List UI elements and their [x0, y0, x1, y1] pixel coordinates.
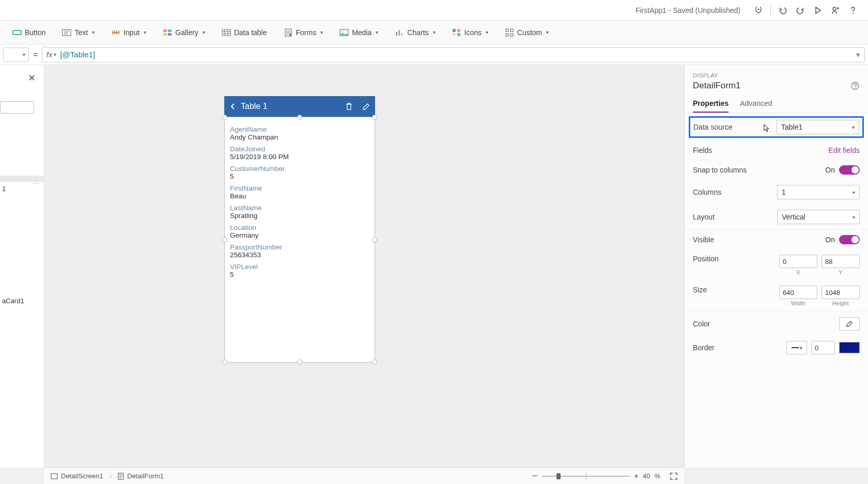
visible-toggle[interactable]: On — [825, 235, 860, 244]
snap-label: Snap to columns — [693, 166, 747, 174]
more-icon[interactable]: ··· — [33, 179, 40, 186]
zoom-slider[interactable] — [542, 476, 630, 477]
tree-node-form[interactable]: ··· — [0, 176, 44, 182]
insert-forms[interactable]: Forms ▾ — [278, 21, 329, 44]
resize-handle[interactable] — [222, 360, 227, 365]
property-selector[interactable]: ▾ — [3, 48, 29, 62]
insert-icons[interactable]: Icons ▾ — [447, 21, 493, 44]
insert-charts-label: Charts — [407, 28, 428, 37]
breadcrumb-form[interactable]: DetailForm1 — [118, 472, 164, 480]
formula-input[interactable]: fx▾ [@Table1] ▾ — [42, 47, 865, 63]
datatable-icon — [222, 28, 231, 37]
border-width-input[interactable]: 0 — [811, 341, 835, 354]
share-icon[interactable] — [827, 2, 844, 19]
resize-handle[interactable] — [372, 237, 377, 242]
data-source-row: Data source Table1 ▾ — [689, 116, 864, 138]
help-icon[interactable] — [844, 2, 862, 19]
border-color-chip[interactable] — [839, 342, 860, 353]
resize-handle[interactable] — [222, 237, 227, 242]
data-source-dropdown[interactable]: Table1 ▾ — [777, 120, 859, 134]
field-value: Andy Champan — [230, 133, 369, 141]
field-label: Location — [230, 224, 369, 231]
insert-button[interactable]: Button — [7, 21, 51, 44]
close-tree-icon[interactable]: ✕ — [25, 69, 39, 87]
zoom-in-button[interactable]: + — [634, 472, 639, 481]
divider — [770, 5, 771, 16]
custom-icon — [505, 28, 514, 37]
form-preview[interactable]: Table 1 AgentName Andy Champan — [224, 96, 375, 364]
field-label: PassportNumber — [230, 243, 369, 251]
tab-advanced[interactable]: Advanced — [740, 99, 772, 113]
form-body[interactable]: AgentName Andy Champan DateJoined 5/19/2… — [224, 117, 375, 363]
tab-properties[interactable]: Properties — [693, 99, 729, 113]
screen-thumbnail[interactable] — [0, 101, 34, 114]
tree-node-card[interactable]: aCard1 — [0, 294, 44, 308]
chevron-down-icon: ▾ — [852, 124, 855, 130]
insert-gallery[interactable]: Gallery ▾ — [158, 21, 210, 44]
chevron-down-icon: ▾ — [203, 29, 205, 35]
svg-point-2 — [853, 12, 854, 13]
zoom-thumb[interactable] — [556, 473, 561, 479]
expand-formula-icon[interactable]: ▾ — [856, 50, 860, 59]
position-y-sublabel: Y — [822, 269, 860, 275]
resize-handle[interactable] — [222, 115, 227, 120]
color-picker[interactable] — [839, 317, 860, 331]
field-value: 5 — [230, 271, 369, 278]
resize-handle[interactable] — [372, 115, 377, 120]
chevron-down-icon: ▾ — [320, 29, 323, 35]
svg-point-0 — [758, 8, 760, 10]
border-style-dropdown[interactable]: ▾ — [786, 341, 807, 354]
chevron-down-icon: ▾ — [853, 190, 855, 195]
play-icon[interactable] — [809, 2, 827, 19]
redo-icon[interactable] — [792, 2, 809, 19]
formula-text: [@Table1] — [60, 50, 95, 59]
field-value: Spratling — [230, 212, 369, 220]
insert-charts[interactable]: Charts ▾ — [390, 21, 440, 44]
svg-rect-15 — [398, 30, 400, 36]
design-canvas[interactable]: Table 1 AgentName Andy Champan — [44, 65, 684, 467]
position-x-input[interactable]: 0 — [779, 255, 817, 268]
breadcrumb-screen[interactable]: DetailScreen1 — [51, 472, 103, 480]
svg-point-11 — [289, 33, 291, 36]
columns-dropdown[interactable]: 1 ▾ — [777, 185, 860, 199]
svg-rect-14 — [396, 32, 397, 36]
app-checker-icon[interactable] — [750, 2, 767, 19]
resize-handle[interactable] — [372, 360, 377, 365]
back-icon[interactable] — [229, 103, 237, 110]
insert-datatable[interactable]: Data table — [216, 21, 272, 44]
insert-custom-label: Custom — [517, 28, 542, 37]
delete-icon[interactable] — [345, 102, 353, 111]
chevron-down-icon: ▾ — [546, 29, 549, 35]
visible-label: Visible — [693, 236, 714, 244]
field-value: 5/19/2019 8:00 PM — [230, 153, 369, 161]
insert-media[interactable]: Media ▾ — [334, 21, 383, 44]
app-title: FirstApp1 - Saved (Unpublished) — [636, 6, 740, 14]
edit-icon[interactable] — [362, 103, 370, 111]
size-height-input[interactable]: 1048 — [822, 286, 860, 299]
chevron-down-icon: ▾ — [144, 29, 146, 35]
edit-fields-link[interactable]: Edit fields — [828, 146, 860, 154]
layout-dropdown[interactable]: Vertical ▾ — [777, 210, 860, 224]
properties-panel: DISPLAY DetailForm1 Properties Advanced … — [684, 65, 868, 467]
resize-handle[interactable] — [297, 360, 302, 365]
insert-custom[interactable]: Custom ▾ — [500, 21, 554, 44]
resize-handle[interactable] — [297, 115, 302, 120]
data-source-label: Data source — [693, 123, 732, 131]
width-sublabel: Width — [779, 300, 817, 306]
cursor-icon — [763, 124, 771, 133]
size-width-input[interactable]: 640 — [779, 286, 817, 299]
svg-rect-8 — [168, 33, 172, 36]
size-label: Size — [693, 286, 707, 294]
svg-rect-3 — [13, 30, 21, 35]
text-icon — [62, 28, 71, 37]
columns-value: 1 — [782, 188, 786, 196]
insert-text[interactable]: Text ▾ — [57, 21, 100, 44]
zoom-out-button[interactable]: − — [532, 471, 538, 481]
insert-input[interactable]: Input ▾ — [106, 21, 151, 44]
undo-icon[interactable] — [774, 2, 792, 19]
info-icon[interactable] — [850, 81, 860, 90]
position-y-input[interactable]: 88 — [822, 255, 860, 268]
snap-toggle[interactable]: On — [825, 165, 860, 175]
chevron-down-icon: ▾ — [486, 29, 488, 35]
fit-screen-icon[interactable] — [670, 472, 678, 480]
